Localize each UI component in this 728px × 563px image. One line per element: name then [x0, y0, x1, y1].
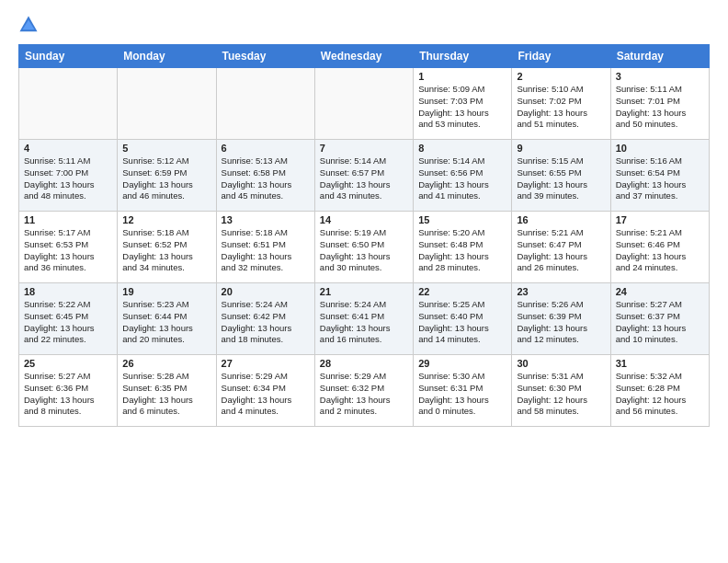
day-cell: 2Sunrise: 5:10 AMSunset: 7:02 PMDaylight…: [512, 68, 610, 140]
day-info: Sunrise: 5:28 AMSunset: 6:35 PMDaylight:…: [122, 371, 210, 418]
day-info: Sunrise: 5:15 AMSunset: 6:55 PMDaylight:…: [517, 155, 605, 202]
day-cell: [314, 68, 413, 140]
day-info: Sunrise: 5:19 AMSunset: 6:50 PMDaylight:…: [320, 227, 408, 274]
day-info: Sunrise: 5:18 AMSunset: 6:52 PMDaylight:…: [122, 227, 210, 274]
day-cell: 10Sunrise: 5:16 AMSunset: 6:54 PMDayligh…: [610, 140, 709, 212]
day-cell: 11Sunrise: 5:17 AMSunset: 6:53 PMDayligh…: [19, 212, 118, 283]
day-cell: 19Sunrise: 5:23 AMSunset: 6:44 PMDayligh…: [118, 283, 216, 355]
day-cell: 22Sunrise: 5:25 AMSunset: 6:40 PMDayligh…: [414, 283, 512, 355]
day-number: 15: [418, 214, 506, 225]
day-cell: 16Sunrise: 5:21 AMSunset: 6:47 PMDayligh…: [512, 212, 610, 283]
day-info: Sunrise: 5:20 AMSunset: 6:48 PMDaylight:…: [418, 227, 506, 274]
day-number: 11: [24, 214, 112, 225]
day-cell: 6Sunrise: 5:13 AMSunset: 6:58 PMDaylight…: [216, 140, 314, 212]
week-row-4: 18Sunrise: 5:22 AMSunset: 6:45 PMDayligh…: [19, 283, 710, 355]
day-info: Sunrise: 5:24 AMSunset: 6:41 PMDaylight:…: [320, 299, 408, 346]
day-cell: 5Sunrise: 5:12 AMSunset: 6:59 PMDaylight…: [118, 140, 216, 212]
day-number: 8: [418, 143, 506, 154]
day-cell: 9Sunrise: 5:15 AMSunset: 6:55 PMDaylight…: [512, 140, 610, 212]
day-cell: 12Sunrise: 5:18 AMSunset: 6:52 PMDayligh…: [118, 212, 216, 283]
day-cell: 21Sunrise: 5:24 AMSunset: 6:41 PMDayligh…: [314, 283, 413, 355]
day-number: 25: [24, 358, 112, 369]
day-info: Sunrise: 5:16 AMSunset: 6:54 PMDaylight:…: [616, 155, 704, 202]
day-info: Sunrise: 5:18 AMSunset: 6:51 PMDaylight:…: [222, 227, 310, 274]
day-cell: 13Sunrise: 5:18 AMSunset: 6:51 PMDayligh…: [216, 212, 314, 283]
week-row-5: 25Sunrise: 5:27 AMSunset: 6:36 PMDayligh…: [19, 355, 710, 427]
day-number: 12: [122, 214, 210, 225]
day-info: Sunrise: 5:32 AMSunset: 6:28 PMDaylight:…: [616, 371, 704, 418]
day-cell: 30Sunrise: 5:31 AMSunset: 6:30 PMDayligh…: [512, 355, 610, 427]
week-row-2: 4Sunrise: 5:11 AMSunset: 7:00 PMDaylight…: [19, 140, 710, 212]
day-info: Sunrise: 5:11 AMSunset: 7:01 PMDaylight:…: [616, 84, 704, 131]
day-number: 31: [616, 358, 704, 369]
weekday-header-tuesday: Tuesday: [216, 45, 314, 68]
weekday-header-saturday: Saturday: [610, 45, 709, 68]
day-number: 27: [222, 358, 310, 369]
day-cell: 20Sunrise: 5:24 AMSunset: 6:42 PMDayligh…: [216, 283, 314, 355]
day-cell: 1Sunrise: 5:09 AMSunset: 7:03 PMDaylight…: [414, 68, 512, 140]
weekday-header-row: SundayMondayTuesdayWednesdayThursdayFrid…: [19, 45, 710, 68]
day-number: 13: [222, 214, 310, 225]
day-number: 5: [122, 143, 210, 154]
day-number: 20: [222, 286, 310, 297]
day-number: 29: [418, 358, 506, 369]
day-cell: 29Sunrise: 5:30 AMSunset: 6:31 PMDayligh…: [414, 355, 512, 427]
weekday-header-friday: Friday: [512, 45, 610, 68]
day-info: Sunrise: 5:21 AMSunset: 6:47 PMDaylight:…: [517, 227, 605, 274]
day-number: 18: [24, 286, 112, 297]
day-number: 4: [24, 143, 112, 154]
logo-icon: [18, 15, 39, 35]
day-number: 21: [320, 286, 408, 297]
day-number: 30: [517, 358, 605, 369]
day-info: Sunrise: 5:12 AMSunset: 6:59 PMDaylight:…: [122, 155, 210, 202]
day-cell: 3Sunrise: 5:11 AMSunset: 7:01 PMDaylight…: [610, 68, 709, 140]
day-cell: 24Sunrise: 5:27 AMSunset: 6:37 PMDayligh…: [610, 283, 709, 355]
day-number: 10: [616, 143, 704, 154]
day-info: Sunrise: 5:29 AMSunset: 6:32 PMDaylight:…: [320, 371, 408, 418]
day-info: Sunrise: 5:26 AMSunset: 6:39 PMDaylight:…: [517, 299, 605, 346]
day-cell: 4Sunrise: 5:11 AMSunset: 7:00 PMDaylight…: [19, 140, 118, 212]
day-number: 22: [418, 286, 506, 297]
day-number: 6: [222, 143, 310, 154]
day-info: Sunrise: 5:25 AMSunset: 6:40 PMDaylight:…: [418, 299, 506, 346]
day-cell: 18Sunrise: 5:22 AMSunset: 6:45 PMDayligh…: [19, 283, 118, 355]
day-cell: 26Sunrise: 5:28 AMSunset: 6:35 PMDayligh…: [118, 355, 216, 427]
weekday-header-thursday: Thursday: [414, 45, 512, 68]
day-cell: [216, 68, 314, 140]
day-cell: [118, 68, 216, 140]
day-info: Sunrise: 5:27 AMSunset: 6:37 PMDaylight:…: [616, 299, 704, 346]
day-cell: [19, 68, 118, 140]
day-number: 2: [517, 71, 605, 82]
header: [18, 15, 710, 35]
weekday-header-sunday: Sunday: [19, 45, 118, 68]
day-cell: 7Sunrise: 5:14 AMSunset: 6:57 PMDaylight…: [314, 140, 413, 212]
day-info: Sunrise: 5:24 AMSunset: 6:42 PMDaylight:…: [222, 299, 310, 346]
day-info: Sunrise: 5:23 AMSunset: 6:44 PMDaylight:…: [122, 299, 210, 346]
day-number: 23: [517, 286, 605, 297]
day-cell: 28Sunrise: 5:29 AMSunset: 6:32 PMDayligh…: [314, 355, 413, 427]
day-info: Sunrise: 5:11 AMSunset: 7:00 PMDaylight:…: [24, 155, 112, 202]
day-cell: 8Sunrise: 5:14 AMSunset: 6:56 PMDaylight…: [414, 140, 512, 212]
week-row-1: 1Sunrise: 5:09 AMSunset: 7:03 PMDaylight…: [19, 68, 710, 140]
day-info: Sunrise: 5:14 AMSunset: 6:56 PMDaylight:…: [418, 155, 506, 202]
day-info: Sunrise: 5:21 AMSunset: 6:46 PMDaylight:…: [616, 227, 704, 274]
logo: [18, 15, 42, 35]
day-info: Sunrise: 5:17 AMSunset: 6:53 PMDaylight:…: [24, 227, 112, 274]
day-info: Sunrise: 5:22 AMSunset: 6:45 PMDaylight:…: [24, 299, 112, 346]
day-number: 3: [616, 71, 704, 82]
day-number: 14: [320, 214, 408, 225]
week-row-3: 11Sunrise: 5:17 AMSunset: 6:53 PMDayligh…: [19, 212, 710, 283]
day-number: 16: [517, 214, 605, 225]
day-info: Sunrise: 5:13 AMSunset: 6:58 PMDaylight:…: [222, 155, 310, 202]
day-number: 24: [616, 286, 704, 297]
day-info: Sunrise: 5:09 AMSunset: 7:03 PMDaylight:…: [418, 84, 506, 131]
day-info: Sunrise: 5:30 AMSunset: 6:31 PMDaylight:…: [418, 371, 506, 418]
calendar: SundayMondayTuesdayWednesdayThursdayFrid…: [18, 44, 710, 427]
day-info: Sunrise: 5:29 AMSunset: 6:34 PMDaylight:…: [222, 371, 310, 418]
day-number: 1: [418, 71, 506, 82]
day-cell: 17Sunrise: 5:21 AMSunset: 6:46 PMDayligh…: [610, 212, 709, 283]
day-cell: 23Sunrise: 5:26 AMSunset: 6:39 PMDayligh…: [512, 283, 610, 355]
day-cell: 25Sunrise: 5:27 AMSunset: 6:36 PMDayligh…: [19, 355, 118, 427]
day-number: 9: [517, 143, 605, 154]
day-info: Sunrise: 5:31 AMSunset: 6:30 PMDaylight:…: [517, 371, 605, 418]
